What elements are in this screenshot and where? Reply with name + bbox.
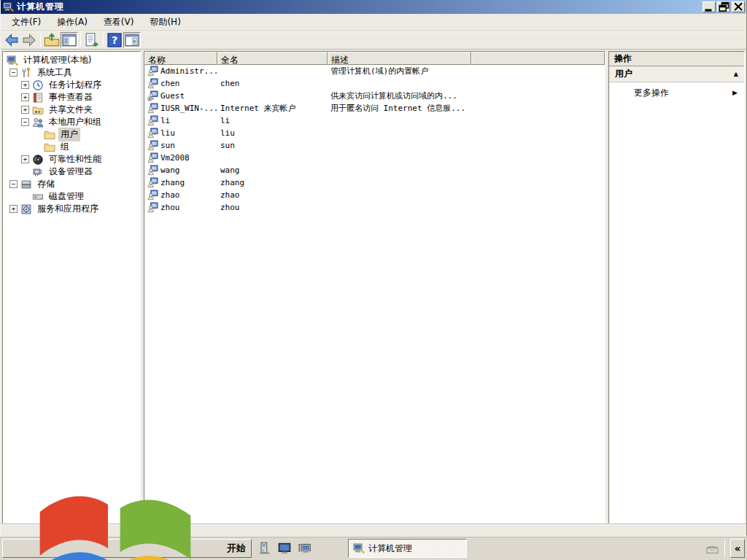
user-list-row[interactable]: Vm2008 xyxy=(144,152,605,164)
shared-folder-icon xyxy=(32,104,44,116)
up-one-level-button[interactable] xyxy=(43,32,61,48)
tree-item[interactable]: 组 xyxy=(3,141,140,153)
menu-item[interactable]: 查看(V) xyxy=(96,13,142,31)
expand-expander-icon[interactable]: + xyxy=(21,81,29,89)
user-list-row[interactable]: IUSR_WIN-...Internet 来宾帐户用于匿名访问 Internet… xyxy=(144,102,605,114)
restore-button[interactable] xyxy=(717,1,730,12)
action-item-more-actions[interactable]: 更多操作▶ xyxy=(609,82,744,103)
user-name-cell[interactable]: li xyxy=(144,115,217,126)
user-name-cell[interactable]: zhou xyxy=(144,202,217,213)
menu-bar: 文件(F)操作(A)查看(V)帮助(H) xyxy=(1,14,746,31)
window-title: 计算机管理 xyxy=(17,1,701,13)
actions-section-label: 用户 xyxy=(615,68,632,80)
menu-item[interactable]: 文件(F) xyxy=(4,13,49,31)
user-name-cell[interactable]: liu xyxy=(144,128,217,139)
toolbar-separator xyxy=(40,34,41,47)
user-list-row[interactable]: zhouzhou xyxy=(144,201,605,214)
back-button[interactable] xyxy=(3,32,20,48)
menu-item[interactable]: 操作(A) xyxy=(49,13,96,31)
user-list-row[interactable]: chenchen xyxy=(144,77,605,90)
services-icon xyxy=(20,203,32,215)
user-list-row[interactable]: sunsun xyxy=(144,139,605,152)
user-list-row[interactable]: liuliu xyxy=(144,127,605,139)
user-list-row[interactable]: zhaozhao xyxy=(144,189,605,201)
export-list-button[interactable] xyxy=(83,32,101,48)
menu-item[interactable]: 帮助(H) xyxy=(142,13,188,31)
start-flag-icon xyxy=(6,439,225,560)
quick-launch-remote-desktop[interactable] xyxy=(297,541,311,556)
user-name-cell[interactable]: Guest xyxy=(144,90,217,101)
user-fullname-cell: chen xyxy=(217,79,328,88)
collapse-expander-icon[interactable]: − xyxy=(9,69,18,77)
tree-item[interactable]: +服务和应用程序 xyxy=(3,203,140,215)
expand-expander-icon[interactable]: + xyxy=(9,205,18,213)
user-list-row[interactable]: zhangzhang xyxy=(144,176,605,189)
tree-item-label[interactable]: 服务和应用程序 xyxy=(35,202,101,216)
user-description-cell: 管理计算机(域)的内置帐户 xyxy=(328,66,605,77)
help-icon: ? xyxy=(107,32,123,48)
tree-item[interactable]: 磁盘管理 xyxy=(3,190,140,203)
column-header[interactable]: 全名 xyxy=(217,52,328,65)
close-button[interactable] xyxy=(732,1,745,12)
user-list-row[interactable]: wangwang xyxy=(144,164,605,176)
user-list-row[interactable]: lili xyxy=(144,114,605,127)
user-icon xyxy=(147,152,158,163)
quick-launch-display[interactable] xyxy=(277,541,292,556)
user-list-row[interactable]: Administr...管理计算机(域)的内置帐户 xyxy=(144,65,605,77)
collapse-arrow-icon[interactable]: ▲ xyxy=(734,71,738,77)
tree-item[interactable]: 用户 xyxy=(3,128,140,141)
computer-management-icon[interactable] xyxy=(3,1,14,12)
collapse-expander-icon[interactable]: − xyxy=(21,118,29,126)
tree-item[interactable]: −存储 xyxy=(3,178,140,190)
help-button[interactable]: ? xyxy=(106,32,123,48)
user-fullname-cell: Internet 来宾帐户 xyxy=(217,103,328,114)
user-name-cell[interactable]: sun xyxy=(144,140,217,151)
taskbar-task-button[interactable]: 计算机管理 xyxy=(348,539,467,558)
user-fullname-cell: sun xyxy=(217,141,328,150)
forward-button[interactable] xyxy=(20,32,38,48)
tray-keyboard[interactable] xyxy=(705,542,719,556)
user-description-cell: 供来宾访问计算机或访问域的内... xyxy=(328,90,605,101)
user-name: Vm2008 xyxy=(160,153,190,163)
tree-item[interactable]: +可靠性和性能 xyxy=(3,153,140,166)
collapse-expander-icon[interactable]: − xyxy=(9,180,18,188)
quick-launch-server[interactable] xyxy=(258,541,272,556)
console-tree-icon xyxy=(61,32,77,48)
user-description-cell: 用于匿名访问 Internet 信息服... xyxy=(328,103,605,114)
user-name-cell[interactable]: IUSR_WIN-... xyxy=(144,103,217,114)
tree-item[interactable]: −系统工具 xyxy=(3,66,140,79)
actions-section-users[interactable]: 用户 ▲ xyxy=(609,66,744,82)
back-arrow-icon xyxy=(4,32,20,48)
show-console-tree-button[interactable] xyxy=(61,32,78,48)
user-name-cell[interactable]: Administr... xyxy=(144,66,217,77)
expand-expander-icon[interactable]: + xyxy=(21,106,29,114)
tree-item[interactable]: +共享文件夹 xyxy=(3,104,140,116)
user-name: li xyxy=(160,116,170,125)
user-name-cell[interactable]: zhang xyxy=(144,177,217,188)
user-name-cell[interactable]: Vm2008 xyxy=(144,152,217,163)
tree-item[interactable]: 计算机管理(本地) xyxy=(3,54,140,66)
user-list-row[interactable]: Guest供来宾访问计算机或访问域的内... xyxy=(144,90,605,102)
user-name: Administr... xyxy=(160,66,217,76)
tree-item[interactable]: 设备管理器 xyxy=(3,166,140,178)
show-action-pane-button[interactable] xyxy=(123,32,141,48)
tree-item[interactable]: −本地用户和组 xyxy=(3,116,140,128)
user-name-cell[interactable]: zhao xyxy=(144,190,217,201)
column-header[interactable]: 描述 xyxy=(328,52,471,65)
user-name: wang xyxy=(160,166,180,175)
tray-chevron-button[interactable]: « xyxy=(730,539,745,558)
toolbar: ? xyxy=(1,31,746,50)
user-name-cell[interactable]: wang xyxy=(144,165,217,176)
start-button[interactable]: 开始 xyxy=(2,539,252,558)
expand-expander-icon[interactable]: + xyxy=(21,155,29,163)
user-name-cell[interactable]: chen xyxy=(144,78,217,89)
tree-item[interactable]: +事件查看器 xyxy=(3,91,140,104)
column-header[interactable]: 名称 xyxy=(144,52,217,65)
expand-expander-icon[interactable]: + xyxy=(21,93,29,101)
user-fullname-cell: zhao xyxy=(217,190,328,200)
tree-item[interactable]: +任务计划程序 xyxy=(3,79,140,91)
computer-management-icon xyxy=(7,55,18,66)
restore-icon xyxy=(719,1,729,12)
user-name: IUSR_WIN-... xyxy=(160,104,217,113)
minimize-button[interactable] xyxy=(703,1,716,12)
